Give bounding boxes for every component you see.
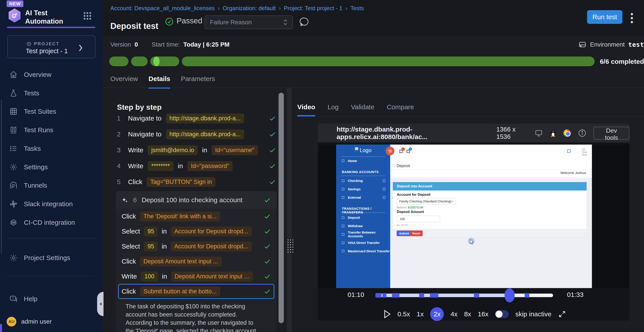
step-row[interactable]: 3Writejsmith@demo.ioinId="username" <box>117 142 276 158</box>
bank-nav-item[interactable]: Savings <box>336 186 390 192</box>
breadcrumb-organization[interactable]: Organization: default <box>223 5 276 12</box>
sidebar-item-help[interactable]: ? Help <box>9 292 95 306</box>
play-icon[interactable] <box>383 310 391 318</box>
sidebar-item-tasks[interactable]: Tasks <box>9 142 95 156</box>
bank-nav-item[interactable]: VISA Direct Transfer <box>336 239 390 246</box>
bank-nav-home[interactable]: Home <box>336 158 390 164</box>
speed-1x[interactable]: 1x <box>417 310 424 318</box>
fullscreen-icon[interactable] <box>558 310 566 318</box>
step-chip[interactable]: Account for Deposit dropd... <box>171 242 252 252</box>
deposit-amount-label: Deposit Amount <box>397 210 424 214</box>
tab-validate[interactable]: Validate <box>351 103 374 116</box>
tab-video[interactable]: Video <box>297 103 315 116</box>
speed-2x[interactable]: 2x <box>430 307 444 321</box>
step-row[interactable]: 2Navigate tohttp://stage.dbank.prod-a... <box>117 126 276 142</box>
step-chip[interactable]: The 'Deposit' link with a si... <box>140 212 220 222</box>
columns-icon <box>9 126 18 134</box>
sidebar-item-overview[interactable]: Overview <box>9 68 95 82</box>
speed-4x[interactable]: 4x <box>450 310 458 318</box>
step-chip[interactable]: Deposit Amount text input ... <box>171 272 253 282</box>
version-value: 0 <box>134 41 138 48</box>
sidebar-mini-scrollbar[interactable] <box>1 99 2 254</box>
step-chip[interactable]: http://stage.dbank.prod-a... <box>166 114 244 124</box>
check-icon <box>264 288 271 295</box>
step-chip[interactable]: Deposit Amount text input ... <box>140 256 222 266</box>
bank-nav-item[interactable]: External <box>336 194 390 201</box>
panel-splitter[interactable] <box>287 88 292 332</box>
step-row[interactable]: Select95inAccount for Deposit dropd... <box>122 239 271 254</box>
page-title: Deposit test <box>110 22 158 31</box>
sidebar-item-slack-integration[interactable]: Slack integration <box>9 197 95 211</box>
tab-details[interactable]: Details <box>148 75 170 88</box>
step-chip[interactable]: 100 <box>141 272 158 282</box>
sidebar-item-test-runs[interactable]: Test Runs <box>9 123 95 137</box>
sidebar-collapse-button[interactable] <box>97 292 104 316</box>
apps-grid-icon[interactable] <box>84 12 91 20</box>
steps-scrollbar[interactable] <box>278 93 284 323</box>
account-for-deposit-select[interactable]: Family Checking (Standard Checking) <box>397 198 456 205</box>
step-row[interactable]: 1Navigate tohttp://stage.dbank.prod-a... <box>117 110 276 126</box>
video-timeline[interactable] <box>376 294 553 297</box>
speed-8x[interactable]: 8x <box>464 310 471 318</box>
speed-16x[interactable]: 16x <box>478 310 488 318</box>
breadcrumb-project[interactable]: Project: Test project - 1 <box>284 5 342 12</box>
sidebar-item-settings[interactable]: Settings <box>9 160 95 174</box>
skip-inactive-toggle[interactable] <box>495 310 509 318</box>
bank-nav-item[interactable]: Deposit <box>336 214 390 221</box>
sidebar-item-test-suites[interactable]: Test Suites <box>9 105 95 118</box>
step-group-rows: ClickThe 'Deposit' link with a si...Sele… <box>116 209 276 299</box>
step-chip[interactable]: Id="username" <box>212 145 258 155</box>
step-row[interactable]: Write100inDeposit Amount text input ... <box>122 269 271 284</box>
tab-compare[interactable]: Compare <box>387 103 414 116</box>
bank-submit-button[interactable]: Submit <box>396 230 412 236</box>
broken-image-icon <box>582 148 585 151</box>
sidebar-item-tests[interactable]: Tests <box>9 86 95 100</box>
bank-nav-item[interactable]: Transfer Between Accounts <box>336 231 390 238</box>
splitter-drag-handle-icon[interactable] <box>288 240 291 252</box>
step-row[interactable]: ClickDeposit Amount text input ... <box>122 254 271 269</box>
step-chip[interactable]: http://stage.dbank.prod-a... <box>166 129 244 139</box>
sidebar-item-project-settings[interactable]: Project Settings <box>9 251 95 265</box>
step-group-header[interactable]: 6 Deposit 100 into checking account <box>116 191 276 209</box>
tab-log[interactable]: Log <box>328 103 338 116</box>
step-row[interactable]: 5ClickTag="BUTTON" Sign in <box>117 174 276 190</box>
step-chip[interactable]: ******** <box>148 161 173 171</box>
breadcrumb-account[interactable]: Account: Devspace_all_module_licenses <box>110 5 215 12</box>
bank-nav-item[interactable]: Withdraw <box>336 222 390 229</box>
step-chip[interactable]: Tag="BUTTON" Sign in <box>147 177 216 187</box>
step-action: Write <box>128 162 143 170</box>
user-menu[interactable]: AU admin user <box>6 317 52 326</box>
tab-parameters[interactable]: Parameters <box>181 75 215 88</box>
step-chip[interactable]: Id="password" <box>187 161 232 171</box>
deposit-amount-input[interactable]: 100 <box>397 216 440 222</box>
speed-0-5x[interactable]: 0.5x <box>398 310 410 318</box>
step-action: Click <box>128 178 142 186</box>
breadcrumb-tests[interactable]: Tests <box>350 5 364 12</box>
bank-nav-item[interactable]: Mastercard Direct Transfer <box>336 248 390 254</box>
step-chip[interactable]: jsmith@demo.io <box>148 145 198 155</box>
failure-reason-select[interactable]: Failure Reason <box>204 16 293 29</box>
info-icon[interactable] <box>578 129 586 137</box>
bank-reset-button[interactable]: Reset <box>410 230 423 236</box>
kebab-menu-icon[interactable] <box>630 12 633 24</box>
bank-toolbar-icon[interactable] <box>567 150 570 153</box>
activity-marker <box>419 293 424 298</box>
bank-user-avatar-broken[interactable]: UserAvat <box>582 148 587 156</box>
sidebar-item-tunnels[interactable]: Tunnels <box>9 178 95 192</box>
step-chip[interactable]: 95 <box>144 226 158 236</box>
project-selector[interactable]: PROJECT Test project - 1 <box>7 35 96 58</box>
timeline-thumb[interactable] <box>504 288 515 302</box>
step-row[interactable]: ClickThe 'Deposit' link with a si... <box>122 209 271 224</box>
step-chip[interactable]: Submit button at the botto... <box>140 286 220 296</box>
step-row[interactable]: 4Write********inId="password" <box>117 158 276 174</box>
run-test-button[interactable]: Run test <box>587 10 622 24</box>
bank-nav-item[interactable]: Checking <box>336 177 390 184</box>
tab-overview[interactable]: Overview <box>110 75 138 88</box>
step-chip[interactable]: 95 <box>144 242 158 252</box>
step-chip[interactable]: Account for Deposit dropd... <box>171 226 252 236</box>
dev-tools-button[interactable]: Dev tools <box>594 127 630 140</box>
step-row[interactable]: Select95inAccount for Deposit dropd... <box>122 224 271 239</box>
step-row-selected[interactable]: ClickSubmit button at the botto... <box>118 284 274 299</box>
comment-bubble-icon[interactable] <box>300 17 310 27</box>
sidebar-item-cicd-integration[interactable]: CI-CD integration <box>9 216 95 229</box>
